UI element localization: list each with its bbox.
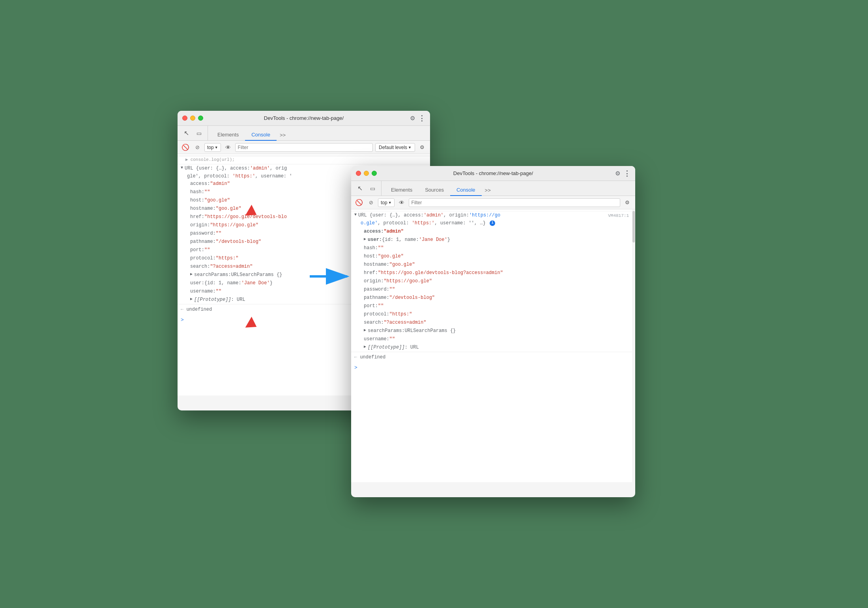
title-bar-right: DevTools - chrome://new-tab-page/ ⚙ ⋮ xyxy=(351,166,635,181)
settings-icon-left[interactable]: ⚙ xyxy=(410,115,415,122)
tab-more-left[interactable]: >> xyxy=(277,130,289,140)
cursor-tool-right[interactable]: ↖ xyxy=(354,183,365,194)
prop-hash-right: hash: "" xyxy=(351,244,635,252)
tab-elements-left[interactable]: Elements xyxy=(211,129,245,141)
scene: DevTools - chrome://new-tab-page/ ⚙ ⋮ ↖ … xyxy=(178,87,690,521)
console-log-truncated: ▶ console.log(url); xyxy=(178,156,430,164)
traffic-lights-right xyxy=(356,171,377,176)
prop-host-right: host: "goo.gle" xyxy=(351,252,635,261)
window-title-left: DevTools - chrome://new-tab-page/ xyxy=(264,115,344,121)
filter-input-left[interactable] xyxy=(235,143,373,152)
clear-console-right[interactable]: 🚫 xyxy=(354,198,364,207)
url-header-line2-right: o.gle', protocol: 'https:', username: ''… xyxy=(351,220,635,228)
tab-console-right[interactable]: Console xyxy=(450,185,482,196)
prop-search-right: search: "?access=admin" xyxy=(351,319,635,327)
url-object-header-right[interactable]: ▼ URL {user: {…}, access: 'admin', origi… xyxy=(351,211,635,220)
expand-searchparams-right[interactable]: ▶ xyxy=(364,327,366,333)
prop-href-right: href: "https://goo.gle/devtools-blog?acc… xyxy=(351,269,635,277)
device-tool-right[interactable]: ▭ xyxy=(367,183,378,194)
prop-password-right: password: "" xyxy=(351,285,635,294)
red-arrow-2 xyxy=(245,317,260,334)
prop-user-right[interactable]: ▶ user: {id: 1, name: 'Jane Doe'} xyxy=(351,236,635,244)
more-icon-left[interactable]: ⋮ xyxy=(418,114,425,123)
minimize-button-left[interactable] xyxy=(190,116,195,121)
tab-bar-left: ↖ ▭ Elements Console >> xyxy=(178,126,430,141)
console-toolbar-left: 🚫 ⊘ top ▼ 👁 Default levels ▼ ⚙ xyxy=(178,141,430,154)
prop-searchparams-right[interactable]: ▶ searchParams: URLSearchParams {} xyxy=(351,327,635,335)
settings-console-left[interactable]: ⚙ xyxy=(417,143,427,152)
info-badge-right[interactable]: i xyxy=(490,220,495,226)
traffic-lights-left xyxy=(182,116,203,121)
blue-arrow-container xyxy=(308,265,355,288)
prop-hostname-right: hostname: "goo.gle" xyxy=(351,261,635,269)
expand-prototype-right[interactable]: ▶ xyxy=(364,344,366,350)
tab-sources-right[interactable]: Sources xyxy=(419,185,450,196)
expand-arrow-url-left[interactable]: ▼ xyxy=(181,165,183,171)
filter-input-right[interactable] xyxy=(409,198,620,207)
cursor-tool-left[interactable]: ↖ xyxy=(181,128,192,138)
scrollbar-thumb xyxy=(632,211,635,242)
block-icon-left[interactable]: ⊘ xyxy=(193,143,202,152)
eye-icon-left[interactable]: 👁 xyxy=(223,143,233,152)
devtools-window-right: DevTools - chrome://new-tab-page/ ⚙ ⋮ ↖ … xyxy=(351,166,635,497)
block-icon-right[interactable]: ⊘ xyxy=(366,198,376,207)
console-toolbar-right: 🚫 ⊘ top ▼ 👁 ⚙ xyxy=(351,196,635,209)
red-arrow-1 xyxy=(245,205,260,222)
tab-bar-right: ↖ ▭ Elements Sources Console >> xyxy=(351,181,635,196)
scrollbar-right[interactable] xyxy=(632,209,635,482)
settings-console-right[interactable]: ⚙ xyxy=(623,198,632,207)
clear-console-left[interactable]: 🚫 xyxy=(181,143,190,152)
maximize-button-right[interactable] xyxy=(372,171,377,176)
line-number-right: VM4817:1 xyxy=(608,213,629,219)
console-prompt-right[interactable]: > xyxy=(351,362,635,373)
expand-user-right[interactable]: ▶ xyxy=(364,236,366,242)
undefined-line-right: ← undefined xyxy=(351,352,635,362)
top-dropdown-left[interactable]: top ▼ xyxy=(204,143,221,152)
tab-more-right[interactable]: >> xyxy=(482,185,494,196)
close-button-right[interactable] xyxy=(356,171,361,176)
prop-port-right: port: "" xyxy=(351,302,635,310)
top-dropdown-right[interactable]: top ▼ xyxy=(378,198,395,207)
settings-icon-right[interactable]: ⚙ xyxy=(615,170,620,177)
more-icon-right[interactable]: ⋮ xyxy=(623,169,630,178)
prop-protocol-right: protocol: "https:" xyxy=(351,310,635,319)
console-content-right: VM4817:1 ▼ URL {user: {…}, access: 'admi… xyxy=(351,209,635,482)
close-button-left[interactable] xyxy=(182,116,187,121)
tab-elements-right[interactable]: Elements xyxy=(385,185,419,196)
prop-prototype-right[interactable]: ▶ [[Prototype]]: URL xyxy=(351,343,635,352)
device-tool-left[interactable]: ▭ xyxy=(193,128,204,138)
prompt-arrow-left: > xyxy=(181,316,184,324)
title-bar-left: DevTools - chrome://new-tab-page/ ⚙ ⋮ xyxy=(178,111,430,126)
prompt-arrow-right: > xyxy=(354,364,357,372)
prop-pathname-right: pathname: "/devtools-blog" xyxy=(351,294,635,302)
expand-arrow-url-right[interactable]: ▼ xyxy=(354,212,357,218)
blue-arrow-icon xyxy=(308,265,355,288)
minimize-button-right[interactable] xyxy=(364,171,369,176)
eye-icon-right[interactable]: 👁 xyxy=(397,198,406,207)
prop-username-right: username: "" xyxy=(351,335,635,343)
expand-prototype-left[interactable]: ▶ xyxy=(190,296,193,302)
window-title-right: DevTools - chrome://new-tab-page/ xyxy=(453,170,533,176)
prop-access-right: access: "admin" xyxy=(351,228,635,236)
tab-console-left[interactable]: Console xyxy=(245,129,277,141)
maximize-button-left[interactable] xyxy=(198,116,203,121)
default-levels-left[interactable]: Default levels ▼ xyxy=(375,143,415,152)
prop-origin-right: origin: "https://goo.gle" xyxy=(351,277,635,285)
expand-searchparams-left[interactable]: ▶ xyxy=(190,271,193,277)
